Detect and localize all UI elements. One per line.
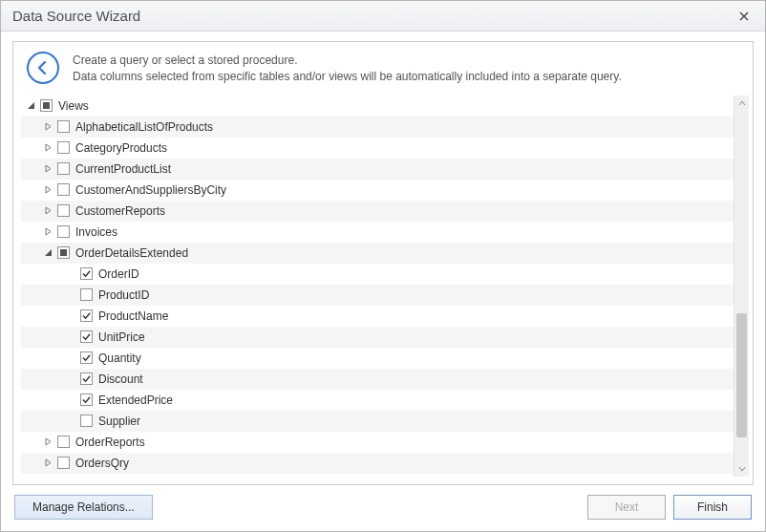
checkbox[interactable] bbox=[57, 457, 70, 469]
checkbox[interactable] bbox=[57, 246, 70, 259]
checkbox[interactable] bbox=[80, 288, 93, 301]
button-row: Manage Relations... Next Finish bbox=[12, 485, 754, 520]
checkbox[interactable] bbox=[57, 141, 70, 154]
tree-view-item[interactable]: CustomerReports bbox=[21, 201, 734, 222]
scroll-thumb[interactable] bbox=[736, 313, 747, 437]
checkbox[interactable] bbox=[80, 267, 93, 280]
close-icon[interactable] bbox=[733, 5, 755, 28]
tree-column-item[interactable]: ProductName bbox=[21, 306, 734, 327]
tree-view-item[interactable]: OrdersQry bbox=[21, 453, 734, 474]
tree-view[interactable]: ViewsAlphabeticalListOfProductsCategoryP… bbox=[21, 96, 734, 477]
caret-right-icon[interactable] bbox=[42, 163, 53, 175]
tree-item-label: CustomerAndSuppliersByCity bbox=[75, 183, 226, 197]
checkbox[interactable] bbox=[57, 162, 70, 175]
finish-button[interactable]: Finish bbox=[673, 495, 752, 520]
tree-view-item[interactable]: CustomerAndSuppliersByCity bbox=[21, 180, 734, 201]
checkbox[interactable] bbox=[80, 309, 93, 322]
tree-item-label: OrderReports bbox=[75, 436, 145, 449]
header-line2: Data columns selected from specific tabl… bbox=[73, 69, 622, 85]
tree-item-label: CategoryProducts bbox=[75, 141, 167, 155]
next-button: Next bbox=[587, 495, 666, 520]
checkbox[interactable] bbox=[80, 394, 93, 406]
caret-right-icon[interactable] bbox=[42, 226, 53, 238]
tree-column-item[interactable]: Discount bbox=[21, 369, 734, 390]
checkbox[interactable] bbox=[57, 436, 70, 448]
scroll-down-icon[interactable] bbox=[734, 461, 749, 477]
caret-right-icon[interactable] bbox=[42, 142, 53, 154]
tree-column-item[interactable]: Supplier bbox=[21, 411, 734, 432]
tree-view-item[interactable]: CurrentProductList bbox=[21, 159, 734, 180]
tree-item-label: OrdersQry bbox=[75, 457, 129, 470]
tree-item-label: Views bbox=[58, 99, 89, 113]
tree-item-label: UnitPrice bbox=[98, 330, 145, 344]
header-line1: Create a query or select a stored proced… bbox=[73, 53, 622, 69]
tree-item-label: ProductID bbox=[98, 288, 149, 302]
caret-down-icon[interactable] bbox=[42, 247, 53, 259]
tree-item-label: CurrentProductList bbox=[75, 162, 171, 176]
caret-down-icon[interactable] bbox=[25, 100, 36, 112]
scrollbar[interactable] bbox=[734, 96, 749, 477]
tree-view-item[interactable]: Invoices bbox=[21, 222, 734, 243]
caret-right-icon[interactable] bbox=[42, 205, 53, 217]
checkbox[interactable] bbox=[80, 415, 93, 427]
back-button[interactable] bbox=[27, 52, 59, 84]
checkbox[interactable] bbox=[80, 351, 93, 364]
tree-item-label: OrderID bbox=[98, 267, 139, 281]
tree-item-label: Discount bbox=[98, 372, 143, 386]
window-title: Data Source Wizard bbox=[12, 8, 733, 24]
tree-item-label: ExtendedPrice bbox=[98, 394, 173, 407]
checkbox[interactable] bbox=[57, 120, 70, 133]
tree-root-views[interactable]: Views bbox=[21, 96, 734, 117]
tree-column-item[interactable]: ExtendedPrice bbox=[21, 390, 734, 411]
titlebar: Data Source Wizard bbox=[1, 1, 765, 32]
caret-right-icon[interactable] bbox=[42, 184, 53, 196]
caret-right-icon[interactable] bbox=[42, 458, 53, 469]
tree-view-item[interactable]: OrderReports bbox=[21, 432, 734, 453]
tree-view-item[interactable]: AlphabeticalListOfProducts bbox=[21, 117, 734, 138]
wizard-panel: Create a query or select a stored proced… bbox=[12, 41, 754, 485]
tree-item-label: AlphabeticalListOfProducts bbox=[75, 120, 213, 134]
tree-item-label: Quantity bbox=[98, 351, 141, 365]
checkbox[interactable] bbox=[80, 372, 93, 385]
tree-item-label: Supplier bbox=[98, 415, 140, 428]
tree-view-item[interactable]: OrderDetailsExtended bbox=[21, 243, 734, 264]
tree-item-label: ProductName bbox=[98, 309, 168, 323]
tree-column-item[interactable]: UnitPrice bbox=[21, 327, 734, 348]
checkbox[interactable] bbox=[80, 330, 93, 343]
caret-right-icon[interactable] bbox=[42, 436, 53, 448]
checkbox[interactable] bbox=[57, 225, 70, 238]
tree-item-label: OrderDetailsExtended bbox=[75, 246, 188, 260]
header-text: Create a query or select a stored proced… bbox=[73, 53, 622, 86]
tree-view-item[interactable]: CategoryProducts bbox=[21, 138, 734, 159]
tree-column-item[interactable]: ProductID bbox=[21, 285, 734, 306]
checkbox[interactable] bbox=[57, 204, 70, 217]
checkbox[interactable] bbox=[40, 99, 53, 112]
checkbox[interactable] bbox=[57, 183, 70, 196]
caret-right-icon[interactable] bbox=[42, 121, 53, 133]
tree-item-label: Invoices bbox=[75, 225, 117, 239]
tree-column-item[interactable]: OrderID bbox=[21, 264, 734, 285]
manage-relations-button[interactable]: Manage Relations... bbox=[14, 495, 153, 520]
tree-column-item[interactable]: Quantity bbox=[21, 348, 734, 369]
scroll-up-icon[interactable] bbox=[734, 96, 749, 111]
tree-item-label: CustomerReports bbox=[75, 204, 165, 218]
